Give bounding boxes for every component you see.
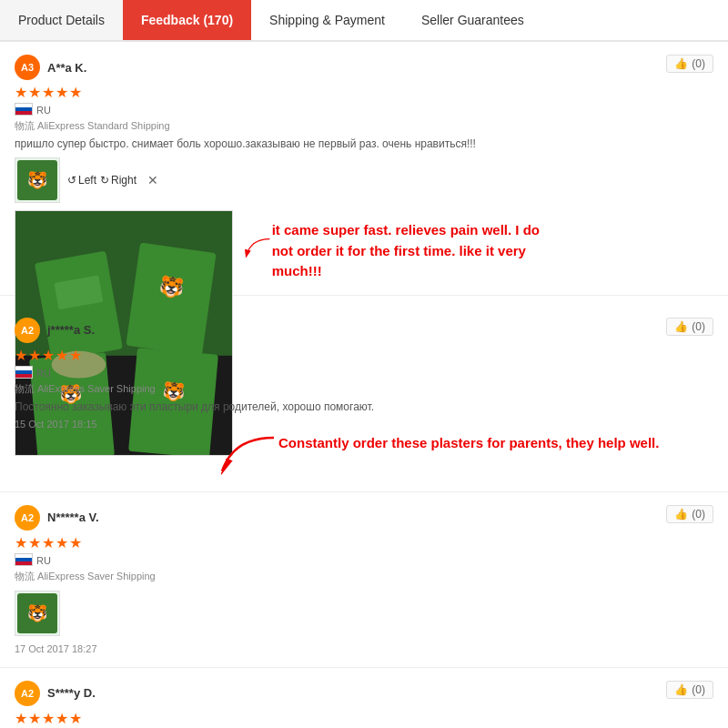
svg-text:🐯: 🐯 [27,170,48,190]
nav-controls: ↺ Left ↻ Right ✕ [67,173,158,187]
reviewer-info: A2 N*****a V. [15,505,99,531]
shipping-info: 物流 AliExpress Saver Shipping [15,570,713,583]
review-header: A3 A**a K. 👍 (0) [15,55,713,80]
tab-shipping[interactable]: Shipping & Payment [251,0,403,40]
annotation-arrow-2 [215,433,278,479]
star-rating: ★★★★★ [15,347,713,364]
helpful-button[interactable]: 👍 (0) [666,681,713,699]
reviewer-info: A2 j*****a S. [15,318,95,343]
helpful-button[interactable]: 👍 (0) [666,55,713,73]
helpful-count: (0) [692,57,705,70]
review-text-russian: Постоянно заказываю эти пластыри для род… [15,400,713,413]
reviewer-name: N*****a V. [47,511,99,524]
review-item: A3 A**a K. 👍 (0) ★★★★★ RU 物流 AliExpress … [0,42,728,296]
country-label: RU [36,368,51,379]
right-label: Right [111,174,136,187]
helpful-button[interactable]: 👍 (0) [666,318,713,336]
review-item: A2 j*****a S. 👍 (0) ★★★★★ RU 物流 AliExpre… [0,305,728,492]
thumb-up-icon: 👍 [674,57,688,70]
reviewer-info: A3 A**a K. [15,55,86,80]
svg-text:🐯: 🐯 [157,274,186,302]
star-rating: ★★★★★ [15,84,713,101]
star-rating: ★★★★★ [15,534,713,551]
shipping-info: 物流 AliExpress Saver Shipping [15,382,713,396]
left-label: Left [78,174,96,187]
right-nav-button[interactable]: ↻ Right [100,174,136,187]
helpful-count: (0) [692,508,705,521]
thumb-up-icon: 👍 [674,320,688,333]
thumb-up-icon: 👍 [674,683,688,696]
shipping-info: 物流 AliExpress Standard Shipping [15,119,713,133]
star-rating: ★★★★★ [15,710,713,727]
tab-bar: Product Details Feedback (170) Shipping … [0,0,728,42]
tab-seller[interactable]: Seller Guarantees [403,0,542,40]
review-thumbnail[interactable]: 🐯 [15,591,60,636]
flag-icon-ru [15,103,33,116]
flag-icon-ru [15,366,33,379]
avatar: A2 [15,681,40,706]
review-item: A2 N*****a V. 👍 (0) ★★★★★ RU 物流 AliExpre… [0,492,728,668]
review-text-russian: пришло супер быстро. снимает боль хорошо… [15,137,713,150]
image-row: 🐯 [15,591,713,636]
tab-feedback[interactable]: Feedback (170) [123,0,251,40]
image-row: 🐯 ↺ Left ↻ Right ✕ [15,157,713,203]
country-row: RU [15,553,713,566]
avatar: A2 [15,505,40,531]
review-header: A2 j*****a S. 👍 (0) [15,318,713,343]
close-button[interactable]: ✕ [147,173,158,187]
reviewer-info: A2 S****y D. [15,681,96,706]
annotation-text-2: Constantly order these plasters for pare… [278,433,659,454]
reviewer-name: j*****a S. [47,323,95,337]
helpful-count: (0) [692,320,705,333]
reviewer-name: S****y D. [47,686,96,700]
review-item: A2 S****y D. 👍 (0) ★★★★★ RU 物流 AliExpres… [0,668,728,729]
right-arrow-icon: ↻ [100,174,109,187]
review-date: 17 Oct 2017 18:27 [15,643,713,654]
country-row: RU [15,103,713,116]
helpful-button[interactable]: 👍 (0) [666,505,713,523]
avatar: A3 [15,55,40,80]
review-date: 15 Oct 2017 18:15 [15,419,713,430]
left-arrow-icon: ↺ [67,174,76,187]
avatar: A2 [15,318,40,343]
review-header: A2 N*****a V. 👍 (0) [15,505,713,531]
country-label: RU [36,105,51,116]
country-label: RU [36,555,51,566]
annotation-arrow-1 [242,220,272,275]
left-nav-button[interactable]: ↺ Left [67,174,96,187]
tab-product-details[interactable]: Product Details [0,0,123,40]
svg-text:🐯: 🐯 [27,603,48,623]
flag-icon-ru [15,553,33,566]
country-row: RU [15,366,713,379]
review-thumbnail[interactable]: 🐯 [15,157,60,203]
annotation-text-1: it came super fast. relieves pain well. … [272,220,542,282]
reviewer-name: A**a K. [47,61,86,75]
review-section: A3 A**a K. 👍 (0) ★★★★★ RU 物流 AliExpress … [0,42,728,728]
thumb-up-icon: 👍 [674,508,688,521]
helpful-count: (0) [692,683,705,696]
review-header: A2 S****y D. 👍 (0) [15,681,713,706]
review-body: пришло супер быстро. снимает боль хорошо… [15,137,713,282]
